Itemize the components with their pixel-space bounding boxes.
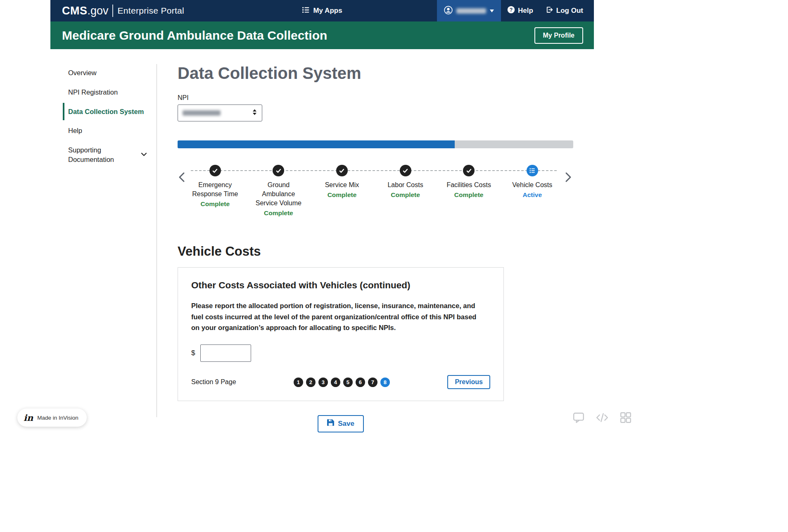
step-status: Complete (454, 191, 484, 199)
step-label: Vehicle Costs (512, 180, 552, 190)
step-facilities-costs: Facilities Costs Complete (437, 165, 501, 217)
step-complete-check-icon[interactable] (273, 165, 284, 176)
app-title: Medicare Ground Ambulance Data Collectio… (50, 28, 327, 43)
step-label: Labor Costs (387, 180, 423, 190)
portal-name: Enterprise Portal (118, 6, 185, 16)
app-canvas: CMS .gov Enterprise Portal My Apps ? (50, 0, 594, 449)
sidebar: Overview NPI Registration Data Collectio… (50, 49, 157, 449)
corner-tools (569, 408, 635, 427)
step-complete-check-icon[interactable] (336, 165, 348, 176)
sidebar-item-help[interactable]: Help (63, 122, 147, 140)
invision-logo: in (24, 413, 33, 423)
step-vehicle-costs: Vehicle Costs Active (501, 165, 564, 217)
page-dot[interactable]: 4 (331, 378, 340, 387)
cms-logo-text: CMS (62, 5, 88, 17)
question-card: Other Costs Associated with Vehicles (co… (178, 267, 504, 401)
sidebar-item-label: Supporting Documentation (68, 145, 130, 164)
npi-selected-value-redacted (183, 110, 221, 116)
sidebar-item-data-collection-system[interactable]: Data Collection System (63, 103, 147, 121)
section-page-label: Section 9 Page (191, 378, 236, 386)
steps-row: Emergency Response Time Complete Ground … (178, 165, 573, 217)
step-labor-costs: Labor Costs Complete (374, 165, 437, 217)
comment-icon[interactable] (569, 408, 588, 427)
page-dot[interactable]: 3 (318, 378, 328, 387)
page-dot[interactable]: 2 (306, 378, 316, 387)
help-link[interactable]: ? Help (501, 0, 539, 21)
progress-bar (178, 140, 573, 148)
user-icon (444, 6, 453, 16)
currency-row: $ (191, 344, 490, 362)
step-ground-ambulance-service-volume: Ground Ambulance Service Volume Complete (247, 165, 311, 217)
step-complete-check-icon[interactable] (209, 165, 221, 176)
save-row: Save (178, 415, 504, 449)
step-active-list-icon[interactable] (527, 165, 538, 176)
sidebar-item-supporting-documentation[interactable]: Supporting Documentation (63, 141, 147, 169)
step-label: Service Mix (325, 180, 359, 190)
my-apps-label: My Apps (313, 7, 342, 15)
logout-label: Log Out (556, 7, 583, 15)
step-complete-check-icon[interactable] (400, 165, 411, 176)
step-complete-check-icon[interactable] (463, 165, 475, 176)
step-status: Complete (200, 200, 230, 208)
top-nav-right: ? Help Log Out (437, 0, 594, 21)
invision-label: Made in InVision (37, 415, 78, 421)
npi-select[interactable] (178, 104, 262, 121)
save-label: Save (338, 420, 354, 428)
progress-fill (178, 140, 455, 148)
page-dot[interactable]: 1 (294, 378, 303, 387)
grid-icon[interactable] (616, 408, 635, 427)
chevron-down-icon (490, 10, 494, 12)
list-icon (302, 6, 309, 16)
other-costs-amount-input[interactable] (200, 344, 251, 362)
previous-button[interactable]: Previous (447, 375, 490, 389)
step-label: Emergency Response Time (188, 180, 242, 199)
my-apps-link[interactable]: My Apps (302, 0, 342, 21)
step-label: Ground Ambulance Service Volume (251, 180, 306, 208)
section-stepper: Emergency Response Time Complete Ground … (178, 165, 573, 234)
card-footer: Section 9 Page 1 2 3 4 5 6 7 8 Previous (191, 375, 490, 389)
page-dot-active[interactable]: 8 (380, 378, 390, 387)
cms-logo[interactable]: CMS .gov Enterprise Portal (50, 0, 184, 21)
step-status: Complete (328, 191, 357, 199)
page-pagination: 1 2 3 4 5 6 7 8 (294, 378, 390, 387)
main-panel: Data Collection System NPI (157, 49, 594, 449)
question-instructions: Please report the allocated portion of r… (191, 300, 478, 333)
question-card-title: Other Costs Associated with Vehicles (co… (191, 280, 490, 291)
page-dot[interactable]: 5 (343, 378, 353, 387)
select-arrows-icon (252, 109, 257, 117)
cms-logo-gov-text: .gov (88, 5, 109, 17)
section-title: Vehicle Costs (178, 244, 573, 259)
logout-link[interactable]: Log Out (539, 0, 594, 21)
step-status: Active (523, 191, 542, 199)
code-icon[interactable] (593, 408, 612, 427)
sidebar-divider (157, 64, 157, 417)
top-nav-bar: CMS .gov Enterprise Portal My Apps ? (50, 0, 594, 21)
sidebar-item-overview[interactable]: Overview (63, 64, 147, 82)
step-service-mix: Service Mix Complete (310, 165, 374, 217)
step-emergency-response-time: Emergency Response Time Complete (183, 165, 247, 217)
chevron-down-icon (141, 150, 147, 159)
save-button[interactable]: Save (318, 415, 364, 432)
invision-badge[interactable]: in Made in InVision (17, 408, 87, 427)
step-status: Complete (391, 191, 420, 199)
user-name-redacted (456, 8, 486, 14)
sidebar-item-npi-registration[interactable]: NPI Registration (63, 83, 147, 101)
logo-divider (112, 5, 113, 17)
help-icon: ? (507, 6, 515, 16)
help-label: Help (518, 7, 533, 15)
content-area: Overview NPI Registration Data Collectio… (50, 49, 594, 449)
step-label: Facilities Costs (446, 180, 491, 190)
step-status: Complete (264, 209, 293, 217)
logout-icon (546, 6, 553, 16)
user-menu[interactable] (437, 0, 501, 21)
currency-symbol: $ (191, 349, 195, 357)
my-profile-button[interactable]: My Profile (534, 27, 583, 44)
svg-text:?: ? (510, 7, 513, 13)
page-title: Data Collection System (178, 64, 573, 83)
save-floppy-icon (327, 419, 334, 428)
app-banner: Medicare Ground Ambulance Data Collectio… (50, 21, 594, 49)
page-dot[interactable]: 6 (356, 378, 365, 387)
page-dot[interactable]: 7 (368, 378, 377, 387)
npi-label: NPI (178, 94, 573, 102)
